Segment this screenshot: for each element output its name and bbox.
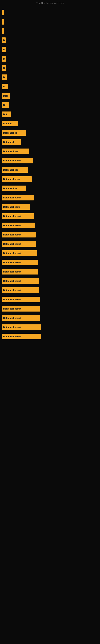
bar-row: Bottleneck result [2,315,98,321]
bar-row: Bottleneck result [2,334,98,339]
bar-label-11: Bott [3,113,8,116]
bar-label-24: Bottleneck result [3,234,21,236]
bar-label-32: Bottleneck result [3,308,21,310]
bar-row [2,28,98,34]
bar-24: Bottleneck result [2,232,36,238]
bar-row: Bottleneck result [2,232,98,238]
bar-row: Bo [2,102,98,108]
bar-label-33: Bottleneck result [3,317,21,319]
bar-row: Bottleneck re [2,130,98,136]
bar-14: Bottleneck [2,139,21,145]
bar-label-3: B [3,39,5,42]
bar-row: Bo [2,84,98,89]
bar-30: Bottleneck result [2,288,39,293]
bar-row: Bottleneck result [2,260,98,265]
bar-0 [2,10,3,15]
bar-row: Bottleneck result [2,324,98,330]
bar-row: Bottleneck result [2,158,98,164]
bar-label-31: Bottleneck result [3,298,21,301]
bar-5: B [2,56,6,62]
bar-label-13: Bottleneck re [3,132,17,134]
bar-row: Bottlene [2,121,98,126]
bar-label-16: Bottleneck result [3,160,21,162]
bar-16: Bottleneck result [2,158,33,164]
bar-label-19: Bottleneck re [3,187,17,190]
bar-33: Bottleneck result [2,315,40,321]
bar-20: Bottleneck result [2,195,34,200]
bar-row: Bott [2,112,98,117]
bar-label-14: Bottleneck [3,141,14,143]
bar-18: Bottleneck resul [2,176,32,182]
bar-15: Bottleneck res [2,148,29,154]
bar-25: Bottleneck result [2,241,36,247]
bar-6: B [2,65,6,71]
bar-8: Bo [2,84,8,89]
bar-35: Bottleneck result [2,334,41,339]
bar-label-25: Bottleneck result [3,243,21,245]
bar-7: B [2,74,7,80]
bar-26: Bottleneck result [2,250,37,256]
bar-label-12: Bottlene [3,122,12,125]
bar-label-27: Bottleneck result [3,261,21,264]
bar-12: Bottlene [2,121,18,126]
bar-label-35: Bottleneck result [3,335,21,338]
bar-label-9: Bott [3,94,8,97]
bar-29: Bottleneck result [2,278,39,284]
bar-17: Bottleneck res [2,167,28,173]
bar-label-6: B [3,67,5,69]
site-title: TheBottlenecker.com [0,0,100,6]
bar-label-29: Bottleneck result [3,280,21,282]
bar-label-17: Bottleneck res [3,169,18,171]
bar-label-34: Bottleneck result [3,326,21,328]
bar-10: Bo [2,102,9,108]
bar-label-10: Bo [3,104,6,106]
bar-label-26: Bottleneck result [3,252,21,254]
bar-row: Bott [2,93,98,98]
bar-row: Bottleneck result [2,288,98,293]
bar-row: Bottleneck re [2,186,98,191]
bar-label-15: Bottleneck res [3,150,18,152]
bar-row: B [2,56,98,62]
bar-22: Bottleneck result [2,213,34,219]
bar-row: Bottleneck [2,139,98,145]
bar-row: Bottleneck result [2,269,98,274]
bar-21: Bottleneck resu [2,204,30,210]
bar-row: B [2,74,98,80]
bar-3: B [2,38,6,43]
bar-label-30: Bottleneck result [3,289,21,292]
bar-label-4: B [3,48,5,51]
bar-row: Bottleneck result [2,241,98,247]
bar-row: Bottleneck result [2,278,98,284]
bars-container: BBBBBBoBottBoBottBottleneBottleneck reBo… [0,6,100,345]
bar-9: Bott [2,93,10,98]
bar-label-5: B [3,58,5,60]
bar-row: Bottleneck result [2,222,98,228]
bar-row: B [2,65,98,71]
bar-row: Bottleneck result [2,213,98,219]
bar-label-28: Bottleneck result [3,270,21,273]
bar-label-21: Bottleneck resu [3,206,20,208]
bar-11: Bott [2,112,11,117]
bar-label-18: Bottleneck resul [3,178,20,180]
bar-row: Bottleneck result [2,306,98,312]
bar-label-8: Bo [3,85,6,88]
bar-32: Bottleneck result [2,306,40,312]
bar-row: Bottleneck resul [2,176,98,182]
bar-row: Bottleneck res [2,167,98,173]
bar-28: Bottleneck result [2,269,38,274]
bar-13: Bottleneck re [2,130,26,136]
bar-31: Bottleneck result [2,297,40,302]
bar-row: Bottleneck resu [2,204,98,210]
bar-27: Bottleneck result [2,260,38,265]
bar-row [2,19,98,24]
bar-label-7: B [3,76,5,78]
bar-34: Bottleneck result [2,324,41,330]
bar-2 [2,28,4,34]
bar-label-20: Bottleneck result [3,196,21,199]
bar-23: Bottleneck result [2,222,35,228]
bar-label-22: Bottleneck result [3,215,21,217]
bar-label-23: Bottleneck result [3,224,21,226]
bar-row: B [2,47,98,52]
bar-row [2,10,98,15]
bar-row: Bottleneck result [2,250,98,256]
